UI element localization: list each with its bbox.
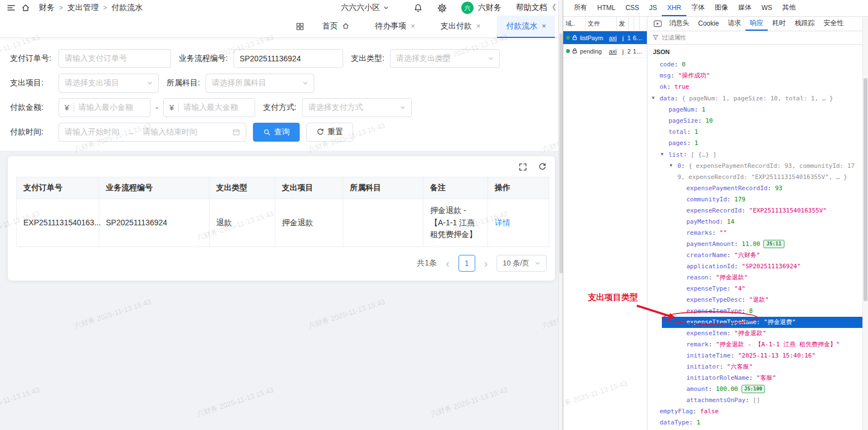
page-tab[interactable]: 付款流水 × [497, 16, 555, 38]
json-line[interactable]: oktrue [647, 81, 862, 93]
col-size[interactable] [640, 17, 647, 31]
pay-method-select[interactable]: 请选择支付方式 [302, 98, 412, 117]
json-line[interactable]: ▼list[ {…} ] [647, 149, 862, 161]
expand-arrow-icon[interactable]: ▼ [670, 160, 677, 171]
community-selector[interactable]: 六六六小区 [341, 3, 389, 13]
panel-tab[interactable]: 请求 [723, 17, 745, 31]
json-line[interactable]: communityId179 [647, 194, 862, 205]
search-button[interactable]: 查询 [253, 123, 300, 142]
help-docs-link[interactable]: 帮助文档 《 [516, 3, 556, 13]
reset-button[interactable]: 重置 [306, 123, 353, 142]
panel-tab[interactable]: 消息头 [665, 17, 694, 31]
expand-arrow-icon[interactable]: ▼ [661, 149, 669, 160]
breadcrumb-item[interactable]: 财务 [39, 3, 55, 13]
next-page-icon[interactable]: › [483, 258, 489, 269]
network-type-tab[interactable]: JS [644, 0, 662, 16]
panel-divider[interactable] [647, 17, 647, 430]
json-line[interactable]: ▼data{ pageNum: 1, pageSize: 10, total: … [647, 93, 862, 104]
json-line[interactable]: expenseType"4" [647, 283, 862, 294]
devtools-scrollbar[interactable] [862, 17, 868, 430]
panel-tab[interactable]: Cookie [694, 17, 723, 31]
json-line[interactable]: emptyFlagfalse [647, 406, 862, 417]
page-tab[interactable]: 支出付款 × [432, 16, 490, 38]
network-type-tab[interactable]: CSS [621, 0, 645, 16]
json-line[interactable]: pageNum1 [647, 104, 862, 115]
page-number[interactable]: 1 [459, 255, 475, 272]
breadcrumb-item[interactable]: 付款流水 [111, 3, 143, 13]
tab-list-grid-icon[interactable] [296, 22, 304, 31]
json-line[interactable]: pageSize10 [647, 115, 862, 127]
json-line[interactable]: initiatorRoleName"客服" [647, 373, 862, 384]
request-row[interactable]: pending axi j 2 1… [563, 45, 647, 58]
amount-max-input[interactable]: ¥ 请输入最大金额 [163, 98, 255, 117]
menu-collapse-icon[interactable] [7, 3, 16, 12]
scrollbar-thumb[interactable] [559, 33, 563, 273]
amount-min-input[interactable]: ¥ 请输入最小金额 [58, 98, 150, 117]
panel-tab[interactable]: 栈跟踪 [790, 17, 819, 31]
request-row[interactable]: listPaym axi j 1 6… [563, 31, 647, 45]
col-transferred[interactable] [634, 17, 640, 31]
expand-arrow-icon[interactable]: ▼ [652, 93, 660, 104]
raw-toggle-icon[interactable] [651, 17, 665, 31]
json-line[interactable]: expenseTypeDesc"退款" [647, 294, 862, 306]
network-type-tab[interactable]: WS [757, 0, 777, 16]
json-line[interactable]: remarks"" [647, 228, 862, 239]
json-line[interactable]: expenseRecordId"EXP251113154016355V" [647, 205, 862, 216]
json-line[interactable]: initiator"六客服" [647, 361, 862, 373]
user-menu[interactable]: 六 六财务 [461, 2, 501, 14]
response-filter-input[interactable]: 过滤属性 [647, 31, 868, 45]
pay-time-range-input[interactable]: 请输入开始时间 → 请输入结束时间 [58, 123, 246, 142]
json-line[interactable]: expenseItemTypeName"押金退费" [662, 317, 862, 328]
network-type-tab[interactable]: 其他 [777, 0, 801, 16]
json-line[interactable]: ▼0{ expensePaymentRecordId: 93, communit… [647, 160, 862, 183]
json-line[interactable]: expenseItem"押金退款" [647, 328, 862, 339]
expense-item-select[interactable]: 请选择支出项目 [58, 74, 159, 93]
tab-close-icon[interactable]: × [542, 22, 546, 30]
json-line[interactable]: total1 [647, 127, 862, 138]
json-line[interactable]: reason"押金退款" [647, 272, 862, 283]
network-type-tab[interactable]: HTML [592, 0, 621, 16]
json-line[interactable]: applicationId"SP202511136924" [647, 261, 862, 272]
json-line[interactable]: expenseItemType8 [647, 306, 862, 317]
home-icon[interactable] [21, 3, 30, 12]
network-type-tab[interactable]: XHR [662, 0, 686, 16]
json-section-header[interactable]: JSON [647, 45, 868, 59]
panel-tab[interactable]: 响应 [745, 17, 768, 31]
detail-link[interactable]: 详情 [495, 218, 510, 227]
order-no-input[interactable]: 请输入支付订单号 [58, 49, 171, 68]
network-type-tab[interactable]: 图像 [710, 0, 733, 16]
json-line[interactable]: attachmentsOnPay[] [647, 395, 862, 406]
network-type-tab[interactable]: 所有 [569, 0, 592, 16]
json-line[interactable]: amount100.00JS:100 [647, 384, 862, 395]
json-line[interactable]: code0 [647, 59, 862, 70]
col-domain[interactable]: 域.. [563, 17, 586, 31]
json-line[interactable]: payMethod14 [647, 216, 862, 228]
expense-type-select[interactable]: 请选择支出类型 [390, 49, 500, 68]
network-type-tab[interactable]: 字体 [686, 0, 710, 16]
json-line[interactable]: creatorName"六财务" [647, 250, 862, 261]
col-file[interactable]: 文件 [586, 17, 617, 31]
page-tab[interactable]: 待办事项 × [366, 16, 424, 38]
page-scrollbar[interactable] [558, 0, 563, 430]
fullscreen-icon[interactable] [519, 163, 527, 171]
flow-no-input[interactable]: SP202511136924 [233, 49, 343, 68]
json-line[interactable]: initiateTime"2025-11-13 15:40:16" [647, 350, 862, 361]
panel-tab[interactable]: 耗时 [768, 17, 790, 31]
prev-page-icon[interactable]: ‹ [445, 258, 451, 269]
network-type-tab[interactable]: 媒体 [733, 0, 757, 16]
json-line[interactable]: remark"押金退款 - 【A-1-1 江燕 租凭费押金】" [647, 339, 862, 350]
panel-tab[interactable]: 安全性 [819, 17, 848, 31]
bell-icon[interactable] [413, 3, 423, 13]
json-line[interactable]: expensePaymentRecordId93 [647, 183, 862, 194]
page-size-select[interactable]: 10 条/页 [496, 255, 547, 272]
refresh-icon[interactable] [538, 163, 547, 171]
subject-select[interactable]: 请选择所属科目 [206, 74, 314, 93]
col-initiator[interactable]: 发 [617, 17, 629, 31]
gear-icon[interactable] [437, 3, 447, 13]
col-type[interactable] [629, 17, 634, 31]
tab-close-icon[interactable]: × [411, 22, 415, 30]
scrollbar-thumb[interactable] [864, 78, 867, 301]
breadcrumb-item[interactable]: 支出管理 [67, 3, 99, 13]
page-tab[interactable]: 首页 × [313, 16, 358, 38]
json-line[interactable]: pages1 [647, 138, 862, 149]
